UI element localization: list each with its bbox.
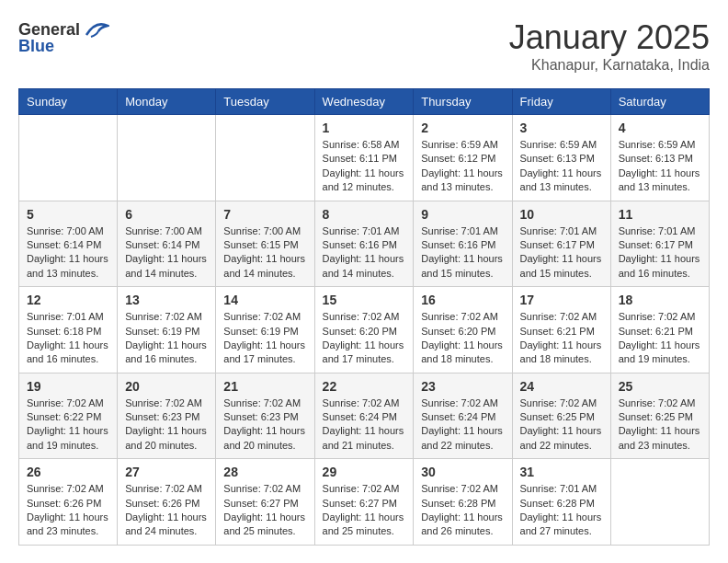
weekday-header-wednesday: Wednesday [314,89,414,115]
day-cell: 17Sunrise: 7:02 AMSunset: 6:21 PMDayligh… [512,287,610,373]
day-number: 28 [223,465,306,479]
day-cell [216,115,314,201]
day-number: 9 [421,207,504,222]
logo: General Blue [18,18,109,56]
day-cell: 26Sunrise: 7:02 AMSunset: 6:26 PMDayligh… [19,459,118,546]
day-number: 4 [619,121,701,135]
day-info: Sunrise: 7:02 AMSunset: 6:24 PMDaylight:… [421,396,504,454]
day-cell: 3Sunrise: 6:59 AMSunset: 6:13 PMDaylight… [512,115,610,201]
day-cell: 20Sunrise: 7:02 AMSunset: 6:23 PMDayligh… [118,373,216,459]
day-cell: 21Sunrise: 7:02 AMSunset: 6:23 PMDayligh… [216,373,314,459]
day-info: Sunrise: 7:01 AMSunset: 6:16 PMDaylight:… [421,224,504,282]
weekday-header-row: SundayMondayTuesdayWednesdayThursdayFrid… [19,89,710,115]
day-cell: 31Sunrise: 7:01 AMSunset: 6:28 PMDayligh… [512,459,610,546]
day-number: 14 [223,293,306,307]
weekday-header-sunday: Sunday [19,89,118,115]
week-row-2: 5Sunrise: 7:00 AMSunset: 6:14 PMDaylight… [19,201,710,287]
day-info: Sunrise: 7:02 AMSunset: 6:28 PMDaylight:… [421,482,504,539]
calendar-table: SundayMondayTuesdayWednesdayThursdayFrid… [18,88,710,546]
day-cell: 11Sunrise: 7:01 AMSunset: 6:17 PMDayligh… [610,201,709,287]
day-cell: 8Sunrise: 7:01 AMSunset: 6:16 PMDaylight… [314,201,414,287]
day-number: 26 [27,465,109,479]
day-number: 15 [323,293,406,307]
day-info: Sunrise: 7:02 AMSunset: 6:24 PMDaylight:… [323,396,406,454]
day-info: Sunrise: 7:01 AMSunset: 6:17 PMDaylight:… [619,224,701,282]
day-cell: 16Sunrise: 7:02 AMSunset: 6:20 PMDayligh… [414,287,512,373]
day-number: 30 [421,465,504,479]
day-info: Sunrise: 7:02 AMSunset: 6:21 PMDaylight:… [619,310,701,367]
week-row-1: 1Sunrise: 6:58 AMSunset: 6:11 PMDaylight… [19,115,710,201]
day-info: Sunrise: 7:02 AMSunset: 6:23 PMDaylight:… [125,396,208,454]
day-number: 24 [520,379,603,394]
day-number: 10 [520,207,603,222]
day-info: Sunrise: 7:02 AMSunset: 6:19 PMDaylight:… [223,310,306,367]
day-info: Sunrise: 7:01 AMSunset: 6:17 PMDaylight:… [520,224,603,282]
day-info: Sunrise: 7:01 AMSunset: 6:16 PMDaylight:… [323,224,406,282]
day-info: Sunrise: 7:02 AMSunset: 6:22 PMDaylight:… [27,396,109,454]
day-cell: 19Sunrise: 7:02 AMSunset: 6:22 PMDayligh… [19,373,118,459]
day-cell: 4Sunrise: 6:59 AMSunset: 6:13 PMDaylight… [610,115,709,201]
location-subtitle: Khanapur, Karnataka, India [509,57,710,74]
day-number: 8 [323,207,406,222]
day-number: 29 [323,465,406,479]
day-number: 21 [223,379,306,394]
day-cell [118,115,216,201]
day-number: 5 [27,207,109,222]
day-info: Sunrise: 7:02 AMSunset: 6:20 PMDaylight:… [323,310,406,367]
day-info: Sunrise: 7:02 AMSunset: 6:21 PMDaylight:… [520,310,603,367]
day-cell: 13Sunrise: 7:02 AMSunset: 6:19 PMDayligh… [118,287,216,373]
day-number: 17 [520,293,603,307]
day-cell: 28Sunrise: 7:02 AMSunset: 6:27 PMDayligh… [216,459,314,546]
weekday-header-thursday: Thursday [414,89,512,115]
day-info: Sunrise: 7:00 AMSunset: 6:15 PMDaylight:… [223,224,306,282]
day-info: Sunrise: 7:02 AMSunset: 6:19 PMDaylight:… [125,310,208,367]
day-info: Sunrise: 7:01 AMSunset: 6:18 PMDaylight:… [27,310,109,367]
day-cell: 14Sunrise: 7:02 AMSunset: 6:19 PMDayligh… [216,287,314,373]
week-row-4: 19Sunrise: 7:02 AMSunset: 6:22 PMDayligh… [19,373,710,459]
day-info: Sunrise: 7:01 AMSunset: 6:28 PMDaylight:… [520,482,603,539]
day-number: 13 [125,293,208,307]
day-cell: 12Sunrise: 7:01 AMSunset: 6:18 PMDayligh… [19,287,118,373]
week-row-3: 12Sunrise: 7:01 AMSunset: 6:18 PMDayligh… [19,287,710,373]
day-cell: 2Sunrise: 6:59 AMSunset: 6:12 PMDaylight… [414,115,512,201]
day-info: Sunrise: 6:59 AMSunset: 6:13 PMDaylight:… [619,138,701,195]
day-info: Sunrise: 7:02 AMSunset: 6:26 PMDaylight:… [27,482,109,539]
day-info: Sunrise: 6:59 AMSunset: 6:13 PMDaylight:… [520,138,603,195]
weekday-header-monday: Monday [118,89,216,115]
day-number: 31 [520,465,603,479]
day-number: 16 [421,293,504,307]
day-number: 22 [323,379,406,394]
day-number: 18 [619,293,701,307]
day-cell: 5Sunrise: 7:00 AMSunset: 6:14 PMDaylight… [19,201,118,287]
day-info: Sunrise: 6:59 AMSunset: 6:12 PMDaylight:… [421,138,504,195]
day-cell: 22Sunrise: 7:02 AMSunset: 6:24 PMDayligh… [314,373,414,459]
day-number: 27 [125,465,208,479]
month-title: January 2025 [509,18,710,57]
day-cell: 30Sunrise: 7:02 AMSunset: 6:28 PMDayligh… [414,459,512,546]
week-row-5: 26Sunrise: 7:02 AMSunset: 6:26 PMDayligh… [19,459,710,546]
day-cell: 9Sunrise: 7:01 AMSunset: 6:16 PMDaylight… [414,201,512,287]
day-cell: 18Sunrise: 7:02 AMSunset: 6:21 PMDayligh… [610,287,709,373]
day-cell: 6Sunrise: 7:00 AMSunset: 6:14 PMDaylight… [118,201,216,287]
day-number: 25 [619,379,701,394]
logo-bird-icon [82,18,109,40]
day-info: Sunrise: 7:02 AMSunset: 6:25 PMDaylight:… [619,396,701,454]
day-cell: 27Sunrise: 7:02 AMSunset: 6:26 PMDayligh… [118,459,216,546]
day-number: 20 [125,379,208,394]
day-info: Sunrise: 7:02 AMSunset: 6:27 PMDaylight:… [223,482,306,539]
day-number: 6 [125,207,208,222]
day-cell: 15Sunrise: 7:02 AMSunset: 6:20 PMDayligh… [314,287,414,373]
day-cell [610,459,709,546]
weekday-header-saturday: Saturday [610,89,709,115]
day-info: Sunrise: 7:02 AMSunset: 6:23 PMDaylight:… [223,396,306,454]
day-number: 3 [520,121,603,135]
day-number: 23 [421,379,504,394]
day-number: 11 [619,207,701,222]
day-number: 19 [27,379,109,394]
day-info: Sunrise: 7:02 AMSunset: 6:26 PMDaylight:… [125,482,208,539]
logo-text-blue: Blue [18,37,54,56]
day-cell: 10Sunrise: 7:01 AMSunset: 6:17 PMDayligh… [512,201,610,287]
day-number: 12 [27,293,109,307]
day-cell: 7Sunrise: 7:00 AMSunset: 6:15 PMDaylight… [216,201,314,287]
day-info: Sunrise: 6:58 AMSunset: 6:11 PMDaylight:… [323,138,406,195]
